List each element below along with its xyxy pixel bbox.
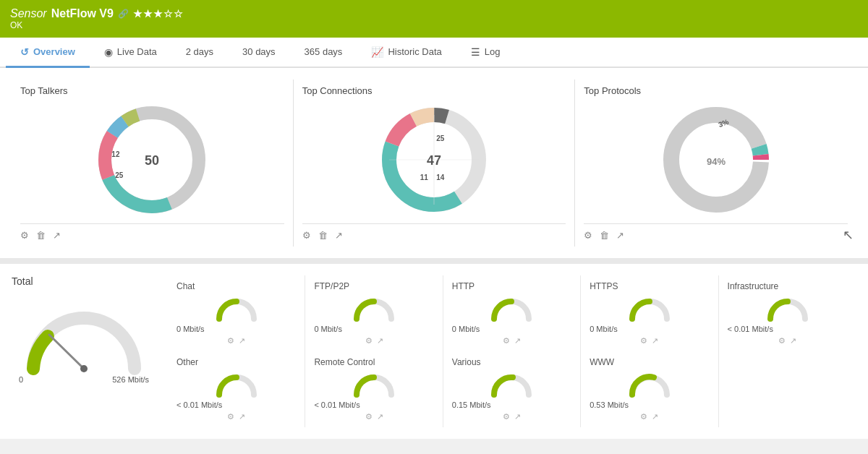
tab-live-data-label: Live Data (117, 46, 157, 57)
infra-value: < 0.01 Mbit/s (728, 325, 773, 333)
https-label: HTTPS (590, 281, 709, 291)
top-protocols-chart: 94% 3% (584, 102, 848, 218)
connections-expand-icon[interactable]: ↗ (335, 230, 343, 241)
top-connections-donut: 47 25 11 14 (376, 102, 492, 218)
tab-historic[interactable]: 📈 Historic Data (357, 38, 456, 68)
talkers-delete-icon[interactable]: 🗑 (36, 230, 46, 241)
tab-overview-label: Overview (33, 46, 75, 57)
infra-label: Infrastructure (728, 281, 848, 291)
top-protocols-title: Top Protocols (584, 85, 848, 96)
https-settings-icon[interactable]: ⚙ (640, 336, 647, 346)
ftp-link-icon[interactable]: ↗ (377, 336, 383, 346)
rating-stars[interactable]: ★★★☆☆ (133, 8, 184, 20)
main-content: Top Talkers (0, 68, 868, 439)
chat-link-icon[interactable]: ↗ (239, 336, 245, 346)
www-gauge-svg (628, 370, 671, 398)
mini-gauge-http: HTTP 0 Mbit/s ⚙ ↗ (443, 275, 581, 351)
conn-label-14: 14 (436, 174, 444, 181)
talkers-expand-icon[interactable]: ↗ (53, 230, 61, 241)
nav-tabs-bar: ↺ Overview ◉ Live Data 2 days 30 days 36… (0, 38, 868, 68)
total-gauge (19, 293, 149, 372)
top-talkers-svg: 50 (94, 102, 210, 218)
remote-settings-icon[interactable]: ⚙ (365, 412, 373, 421)
sensor-label: Sensor (10, 7, 47, 20)
http-gauge-svg (490, 294, 533, 322)
www-link-icon[interactable]: ↗ (652, 412, 658, 421)
top-connections-chart: 47 25 11 14 (302, 102, 566, 218)
infra-icons: ⚙ ↗ (778, 336, 796, 346)
mini-gauge-empty (719, 351, 856, 427)
mini-gauge-infrastructure: Infrastructure < 0.01 Mbit/s ⚙ ↗ (719, 275, 856, 351)
various-gauge-svg (490, 370, 533, 398)
top-talkers-title: Top Talkers (20, 85, 284, 96)
remote-link-icon[interactable]: ↗ (377, 412, 383, 421)
various-link-icon[interactable]: ↗ (514, 412, 521, 421)
conn-label-25: 25 (436, 134, 444, 142)
historic-tab-icon: 📈 (371, 46, 383, 58)
top-talkers-footer: ⚙ 🗑 ↗ (20, 223, 284, 241)
http-icons: ⚙ ↗ (503, 336, 521, 346)
app-name-text: NetFlow V9 (51, 7, 114, 20)
talker-label-25: 25 (115, 171, 123, 179)
various-settings-icon[interactable]: ⚙ (503, 412, 510, 421)
tab-30days-label: 30 days (242, 46, 276, 57)
infra-settings-icon[interactable]: ⚙ (778, 336, 786, 346)
https-link-icon[interactable]: ↗ (652, 336, 658, 346)
http-value: 0 Mbit/s (452, 325, 480, 333)
tab-live-data[interactable]: ◉ Live Data (90, 38, 171, 68)
svg-text:94%: 94% (707, 156, 726, 167)
protocols-delete-icon[interactable]: 🗑 (600, 230, 609, 241)
infra-link-icon[interactable]: ↗ (790, 336, 796, 346)
connections-settings-icon[interactable]: ⚙ (302, 230, 311, 241)
total-gauge-panel: Total 0 526 Mbit/s (12, 275, 156, 384)
mini-gauges-grid: Chat 0 Mbit/s ⚙ ↗ FTP/P2P 0 Mbit/s (168, 275, 856, 427)
ftp-settings-icon[interactable]: ⚙ (365, 336, 373, 346)
tab-365days[interactable]: 365 days (290, 38, 357, 68)
connections-delete-icon[interactable]: 🗑 (318, 230, 328, 241)
top-protocols-donut: 94% 3% (658, 102, 774, 218)
live-data-tab-icon: ◉ (104, 46, 113, 58)
ftp-gauge-svg (352, 294, 396, 322)
other-settings-icon[interactable]: ⚙ (227, 412, 234, 421)
remote-value: < 0.01 Mbit/s (314, 401, 359, 409)
http-label: HTTP (452, 281, 571, 291)
top-protocols-svg: 94% (658, 102, 774, 218)
mini-gauge-www: WWW 0.53 Mbit/s ⚙ ↗ (581, 351, 718, 427)
chat-settings-icon[interactable]: ⚙ (227, 336, 234, 346)
other-label: Other (176, 357, 296, 367)
various-icons: ⚙ ↗ (503, 412, 521, 421)
app-header: Sensor NetFlow V9 🔗 ★★★☆☆ OK (0, 0, 868, 38)
www-settings-icon[interactable]: ⚙ (640, 412, 647, 421)
total-label: Total (12, 275, 33, 287)
mini-gauge-https: HTTPS 0 Mbit/s ⚙ ↗ (581, 275, 718, 351)
mini-gauge-remote: Remote Control < 0.01 Mbit/s ⚙ ↗ (305, 351, 443, 427)
http-settings-icon[interactable]: ⚙ (503, 336, 510, 346)
top-talkers-donut: 50 12 25 (94, 102, 210, 218)
talkers-settings-icon[interactable]: ⚙ (20, 230, 29, 241)
svg-text:50: 50 (145, 153, 159, 168)
tab-log[interactable]: ☰ Log (456, 38, 515, 68)
tab-overview[interactable]: ↺ Overview (6, 38, 90, 68)
other-link-icon[interactable]: ↗ (239, 412, 245, 421)
top-protocols-footer: ⚙ 🗑 ↗ (584, 223, 848, 241)
various-label: Various (452, 357, 571, 367)
protocols-expand-icon[interactable]: ↗ (616, 230, 624, 241)
www-value: 0.53 Mbit/s (590, 401, 629, 409)
http-link-icon[interactable]: ↗ (514, 336, 521, 346)
other-gauge-svg (215, 370, 258, 398)
chat-value: 0 Mbit/s (176, 325, 205, 333)
protocols-settings-icon[interactable]: ⚙ (584, 230, 592, 241)
https-gauge-svg (628, 294, 671, 322)
tab-2days-label: 2 days (186, 46, 213, 57)
header-title-block: Sensor NetFlow V9 🔗 ★★★☆☆ OK (10, 7, 184, 30)
top-talkers-chart: 50 12 25 (20, 102, 284, 218)
tab-2days[interactable]: 2 days (171, 38, 228, 68)
mini-gauge-other: Other < 0.01 Mbit/s ⚙ ↗ (168, 351, 305, 427)
app-name: Sensor NetFlow V9 🔗 ★★★☆☆ (10, 7, 184, 20)
various-value: 0.15 Mbit/s (452, 401, 491, 409)
www-label: WWW (590, 357, 709, 367)
top-connections-title: Top Connections (302, 85, 566, 96)
gauges-section: Total 0 526 Mbit/s (0, 264, 868, 439)
overview-tab-icon: ↺ (20, 46, 29, 58)
tab-30days[interactable]: 30 days (228, 38, 290, 68)
